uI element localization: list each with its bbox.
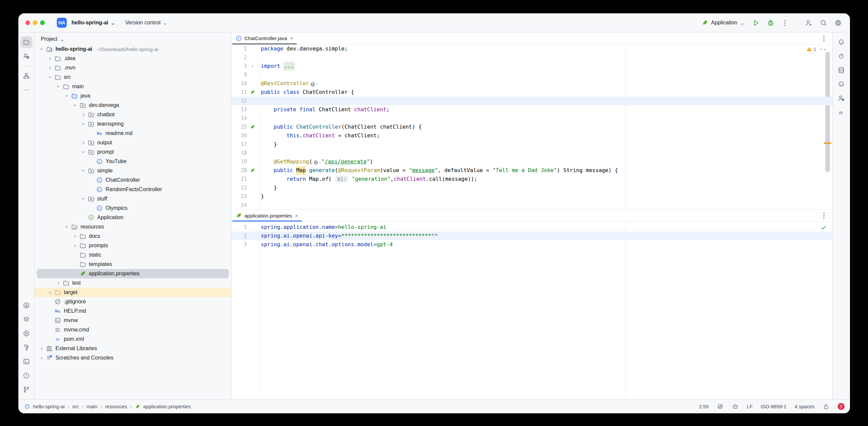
maven-tool-icon[interactable]: m [835, 106, 847, 118]
chevron-down-icon[interactable]: › [63, 93, 71, 99]
tree-row-olympics[interactable]: COlympics [34, 204, 231, 213]
lock-open-icon[interactable] [823, 403, 830, 410]
tree-row-chatbot[interactable]: ›chatbot [34, 110, 231, 119]
tree-row-.idea[interactable]: ›.idea [34, 54, 231, 63]
line-number[interactable]: 2 [231, 53, 247, 62]
tree-row-src[interactable]: ›src [34, 72, 231, 82]
indent-selector[interactable]: 4 spaces [795, 404, 814, 409]
project-tool-icon[interactable] [20, 36, 32, 48]
tree-row-application[interactable]: Application [34, 213, 231, 222]
copilot-icon[interactable] [835, 78, 847, 90]
tree-row-dev.danvega[interactable]: ›dev.danvega [34, 100, 231, 110]
tree-row-mvnw.cmd[interactable]: mvnw.cmd [34, 325, 231, 334]
code-with-me-icon[interactable] [835, 92, 847, 104]
spring-bean-gutter-icon[interactable] [247, 123, 258, 131]
chevron-right-icon[interactable]: › [38, 355, 46, 361]
copilot-icon[interactable] [732, 403, 739, 410]
pull-requests-icon[interactable]: ? [20, 50, 32, 62]
chevron-right-icon[interactable]: › [46, 290, 54, 295]
code-line-3[interactable]: 3spring.ai.openai.chat.options.model=gpt… [231, 240, 832, 249]
database-icon[interactable] [835, 64, 847, 76]
line-number[interactable]: 9 [231, 70, 247, 79]
run-configuration-selector[interactable]: Application ⌄ [699, 18, 747, 27]
code-line-14[interactable]: 14 [231, 114, 832, 123]
line-number[interactable]: 21 [231, 175, 247, 183]
eye-crossed-icon[interactable] [717, 403, 724, 410]
code-line-18[interactable]: 18 [231, 149, 832, 157]
debug-button[interactable] [765, 17, 776, 29]
layers-icon[interactable] [20, 313, 32, 326]
build-icon[interactable] [20, 341, 32, 354]
code-line-9[interactable]: 9 [231, 70, 832, 79]
tree-row-prompts[interactable]: ›prompts [34, 241, 231, 250]
tree-row-resources[interactable]: ›resources [34, 222, 231, 232]
line-number[interactable]: 3 [231, 62, 247, 70]
chevron-down-icon[interactable]: › [38, 46, 46, 52]
line-number[interactable]: 13 [231, 105, 247, 114]
line-ending-selector[interactable]: LF [747, 404, 753, 409]
tab-options-button[interactable]: ⋮ [820, 212, 828, 219]
java-editor[interactable]: 1 › › 1package dev.danvega.simple;23›imp… [231, 44, 832, 210]
tree-row-learnspring[interactable]: ›learnspring [34, 119, 231, 129]
endpoints-icon[interactable] [20, 299, 32, 311]
breadcrumb-item[interactable]: hello-spring-ai [33, 404, 64, 409]
line-number[interactable]: 23 [231, 192, 247, 201]
line-number[interactable]: 1 [231, 223, 247, 232]
code-line-1[interactable]: 1spring.application.name=hello-spring-ai [231, 223, 832, 232]
tree-row-main[interactable]: ›main [34, 82, 231, 91]
chevron-right-icon[interactable]: › [46, 56, 54, 61]
code-line-2[interactable]: 2spring.ai.openai.api-key=**************… [231, 232, 832, 240]
chevron-down-icon[interactable]: › [80, 168, 88, 174]
problems-icon[interactable] [20, 369, 32, 382]
git-branch-icon[interactable] [20, 384, 32, 396]
line-number[interactable]: 18 [231, 149, 247, 157]
tree-row-java[interactable]: ›java [34, 91, 231, 100]
tree-row-test[interactable]: ›test [34, 278, 231, 288]
structure-tool-icon[interactable] [20, 70, 32, 82]
services-icon[interactable] [20, 328, 32, 339]
chevron-right-icon[interactable]: › [55, 280, 62, 286]
tree-row-templates[interactable]: templates [34, 260, 231, 269]
add-user-button[interactable] [803, 17, 814, 29]
tab-application-properties[interactable]: application.properties × [232, 210, 302, 221]
globe-icon[interactable]: › [310, 80, 318, 89]
version-control-button[interactable]: Version control⌄ [122, 18, 170, 28]
tree-row-chatcontroller[interactable]: CChatController [34, 175, 231, 185]
tree-row-mvnw[interactable]: mvnw [34, 316, 231, 325]
chevron-down-icon[interactable]: › [80, 121, 88, 127]
spring-bean-gutter-icon[interactable] [247, 166, 258, 175]
tree-row-target[interactable]: ›target [34, 288, 231, 297]
chevron-right-icon[interactable]: › [80, 112, 88, 118]
minimize-window-button[interactable] [33, 20, 37, 25]
line-number[interactable]: 17 [231, 140, 247, 149]
tree-row-.gitignore[interactable]: .gitignore [34, 297, 231, 306]
code-line-13[interactable]: 13 private final ChatClient chatClient; [231, 105, 832, 114]
code-line-11[interactable]: 11public class ChatController { [231, 88, 832, 97]
tree-row-readme.md[interactable]: Mreadme.md [34, 129, 231, 138]
tree-row-help.md[interactable]: MHELP.md [34, 306, 231, 316]
breadcrumb-item[interactable]: resources [105, 404, 127, 409]
close-tab-icon[interactable]: × [295, 213, 298, 218]
line-number[interactable]: 20 [231, 166, 247, 175]
line-number[interactable]: 12 [231, 97, 247, 105]
line-number[interactable]: 22 [231, 183, 247, 192]
tree-row-scratches-and-consoles[interactable]: ›Scratches and Consoles [34, 353, 231, 363]
fold-chevron-icon[interactable]: › [247, 62, 258, 70]
chevron-down-icon[interactable]: › [71, 102, 79, 108]
code-line-15[interactable]: 15 public ChatController(ChatClient chat… [231, 123, 832, 131]
tree-row-stuff[interactable]: ›stuff [34, 194, 231, 204]
search-everywhere-button[interactable] [817, 17, 829, 29]
globe-icon[interactable]: › [313, 158, 321, 167]
breadcrumb-item[interactable]: application.properties [143, 404, 191, 409]
tree-row-docs[interactable]: ›docs [34, 232, 231, 241]
tree-row-pom.xml[interactable]: mpom.xml [34, 334, 231, 344]
line-number[interactable]: 3 [231, 240, 247, 249]
chevron-right-icon[interactable]: › [38, 345, 46, 352]
code-line-12[interactable]: 12 [231, 97, 832, 105]
code-line-10[interactable]: 10@RestController› [231, 79, 832, 88]
more-tool-windows-icon[interactable] [20, 84, 32, 96]
line-number[interactable]: 16 [231, 131, 247, 140]
more-actions-button[interactable]: ⋮ [779, 17, 791, 29]
tree-row-prompt[interactable]: ›prompt [34, 147, 231, 157]
line-number[interactable]: 10 [231, 79, 247, 88]
